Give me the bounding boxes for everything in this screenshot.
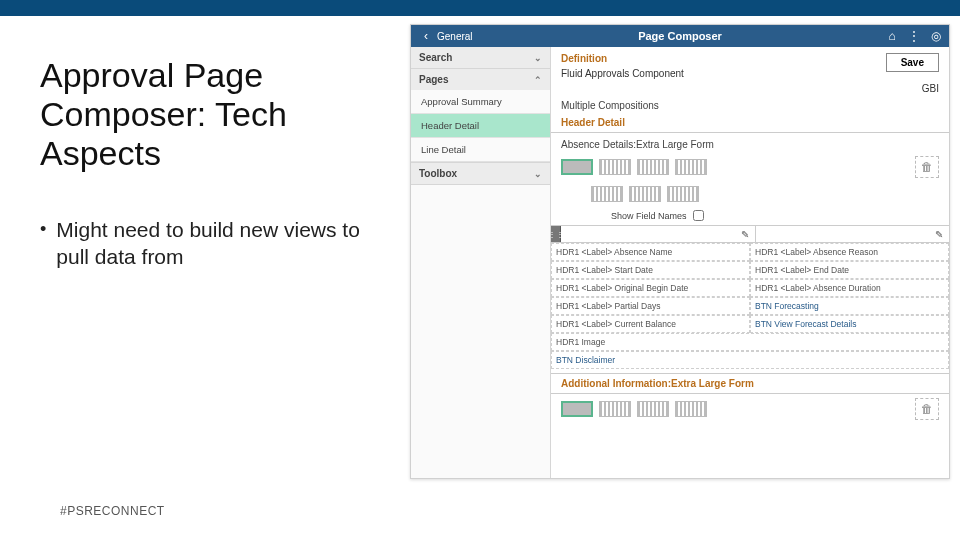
sidebar-item-line-detail[interactable]: Line Detail (411, 138, 550, 162)
grid-cell[interactable]: BTN Forecasting (750, 297, 949, 315)
layout-block-2[interactable] (599, 159, 631, 175)
slide-text-area: Approval Page Composer: Tech Aspects • M… (0, 16, 410, 540)
grid-cell[interactable]: HDR1 <Label> Absence Name (551, 243, 750, 261)
column-toolbar: ⋮⋮ ✎ ✎ (551, 225, 949, 243)
grid-cell[interactable]: HDR1 <Label> Current Balance (551, 315, 750, 333)
home-icon[interactable]: ⌂ (885, 29, 899, 43)
slide-top-bar (0, 0, 960, 16)
field-grid: HDR1 <Label> Absence NameHDR1 <Label> Ab… (551, 243, 949, 369)
grid-cell[interactable]: HDR1 Image (551, 333, 949, 351)
bullet-dot: • (40, 217, 46, 271)
edit-col1-icon[interactable]: ✎ (741, 229, 749, 240)
save-button[interactable]: Save (886, 53, 939, 72)
sidebar-pages[interactable]: Pages ⌃ (411, 69, 550, 90)
slide-footer: #PSRECONNECT (60, 504, 165, 518)
layout-palette-row1: 🗑 (551, 152, 949, 182)
layout2-block-4[interactable] (675, 401, 707, 417)
grid-cell[interactable]: BTN Disclaimer (551, 351, 949, 369)
back-button[interactable]: ‹ General (411, 29, 481, 43)
layout-block-1[interactable] (561, 159, 593, 175)
chevron-down-icon: ⌄ (534, 169, 542, 179)
layout-palette-2: 🗑 (551, 394, 949, 420)
sidebar-toolbox[interactable]: Toolbox ⌄ (411, 163, 550, 184)
grid-cell[interactable]: HDR1 <Label> Start Date (551, 261, 750, 279)
layout-block-4[interactable] (675, 159, 707, 175)
app-title: Page Composer (411, 30, 949, 42)
show-field-names-label: Show Field Names (611, 211, 687, 221)
grid-cell[interactable]: HDR1 <Label> Absence Duration (750, 279, 949, 297)
multiple-compositions: Multiple Compositions (551, 94, 949, 113)
slide-title: Approval Page Composer: Tech Aspects (40, 56, 386, 173)
app-header: ‹ General Page Composer ⌂ ⋮ ◎ (411, 25, 949, 47)
grid-cell[interactable]: HDR1 <Label> Absence Reason (750, 243, 949, 261)
sidebar-search[interactable]: Search ⌄ (411, 47, 550, 68)
grid-cell[interactable]: HDR1 <Label> Partial Days (551, 297, 750, 315)
layout-palette-row2 (551, 182, 949, 206)
sidebar-item-approval-summary[interactable]: Approval Summary (411, 90, 550, 114)
bullet-text: Might need to build new views to pull da… (56, 217, 386, 271)
layout-block-5[interactable] (591, 186, 623, 202)
layout-block-7[interactable] (667, 186, 699, 202)
grid-cell[interactable]: HDR1 <Label> Original Begin Date (551, 279, 750, 297)
sidebar-item-header-detail[interactable]: Header Detail (411, 114, 550, 138)
sidebar: Search ⌄ Pages ⌃ Approval Summary Header… (411, 47, 551, 478)
show-field-names-checkbox[interactable] (693, 210, 704, 221)
layout-block-6[interactable] (629, 186, 661, 202)
back-label: General (437, 31, 473, 42)
grid-cell[interactable]: HDR1 <Label> End Date (750, 261, 949, 279)
gbi-label: GBI (551, 79, 949, 94)
grid-cell[interactable]: BTN View Forecast Details (750, 315, 949, 333)
layout2-block-3[interactable] (637, 401, 669, 417)
chevron-left-icon: ‹ (419, 29, 433, 43)
definition-value: Fluid Approvals Component (561, 68, 684, 79)
layout2-block-2[interactable] (599, 401, 631, 417)
drag-handle[interactable]: ⋮⋮ (551, 226, 561, 242)
chevron-down-icon: ⌄ (534, 53, 542, 63)
chevron-up-icon: ⌃ (534, 75, 542, 85)
more-icon[interactable]: ⋮ (907, 29, 921, 43)
section-header-detail: Header Detail (551, 113, 949, 133)
page-composer-app: ‹ General Page Composer ⌂ ⋮ ◎ Search ⌄ (410, 24, 950, 479)
help-icon[interactable]: ◎ (929, 29, 943, 43)
trash-icon[interactable]: 🗑 (915, 156, 939, 178)
layout2-block-1[interactable] (561, 401, 593, 417)
trash-icon[interactable]: 🗑 (915, 398, 939, 420)
section-additional-info: Additional Information:Extra Large Form (551, 373, 949, 394)
form-label: Absence Details:Extra Large Form (551, 133, 949, 152)
edit-col2-icon[interactable]: ✎ (935, 229, 943, 240)
layout-block-3[interactable] (637, 159, 669, 175)
definition-label: Definition (561, 53, 684, 64)
main-panel: Definition Fluid Approvals Component Sav… (551, 47, 949, 478)
